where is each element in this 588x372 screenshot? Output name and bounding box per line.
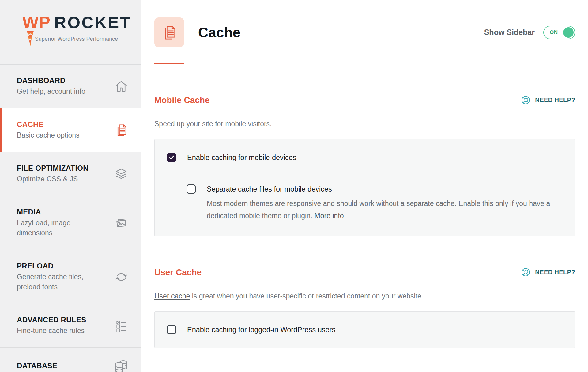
sidebar-item-label: MEDIA [17,208,100,216]
home-icon [114,79,128,93]
sidebar-item-media[interactable]: MEDIA LazyLoad, image dimensions [0,196,141,250]
panel-divider [167,173,562,173]
wp-rocket-logo: WPROCKET Superior WordPress Performance [0,0,141,65]
sidebar-item-file-optimization[interactable]: FILE OPTIMIZATION Optimize CSS & JS [0,152,141,196]
database-icon [114,359,128,372]
user-cache-intro: User cache is great when you have user-s… [154,292,575,300]
sidebar-item-subtitle: Get help, account info [17,86,100,97]
option-label: Enable caching for logged-in WordPress u… [187,326,335,334]
separate-cache-files-checkbox[interactable] [187,184,196,194]
need-help-label: NEED HELP? [535,269,575,276]
sidebar-item-preload[interactable]: PRELOAD Generate cache files, preload fo… [0,250,141,304]
logo-tagline: Superior WordPress Performance [35,36,118,42]
sidebar-item-label: ADVANCED RULES [17,316,100,324]
mobile-cache-section-header: Mobile Cache NEED HELP? [154,95,575,105]
need-help-label: NEED HELP? [535,97,575,104]
section-divider [154,112,575,112]
user-cache-panel: Enable caching for logged-in WordPress u… [154,311,575,348]
sidebar-item-label: FILE OPTIMIZATION [17,164,100,173]
sidebar: WPROCKET Superior WordPress Performance … [0,0,141,372]
rocket-flame-icon [26,31,34,46]
sidebar-item-subtitle: Basic cache options [17,130,100,140]
sidebar-item-subtitle: Optimize CSS & JS [17,174,100,184]
page-title: Cache [198,24,240,41]
cache-header-iconbox [154,17,184,47]
lifebuoy-icon [520,267,531,278]
intro-text: is great when you have user-specific or … [190,292,423,300]
wp-rocket-settings-app: WPROCKET Superior WordPress Performance … [0,0,588,372]
user-cache-title: User Cache [154,268,202,277]
mobile-cache-intro: Speed up your site for mobile visitors. [154,120,575,128]
advanced-rules-icon [114,319,128,333]
description-text: Most modern themes are responsive and sh… [207,199,550,220]
sidebar-item-label: PRELOAD [17,262,100,270]
sidebar-item-subtitle: Generate cache files, preload fonts [17,272,100,292]
sidebar-item-dashboard[interactable]: DASHBOARD Get help, account info [0,65,141,108]
logo-wp-text: WP [22,13,51,32]
page-header: Cache Show Sidebar ON [154,17,575,47]
toggle-state-label: ON [550,29,558,36]
enable-loggedin-caching-option: Enable caching for logged-in WordPress u… [167,325,562,334]
header-underline [154,63,575,63]
header-underline-accent [154,63,184,64]
option-label: Separate cache files for mobile devices [207,185,332,193]
show-sidebar-toggle[interactable]: ON [543,26,575,39]
sidebar-item-subtitle: LazyLoad, image dimensions [17,218,100,238]
lifebuoy-icon [520,95,531,105]
separate-cache-files-option: Separate cache files for mobile devices … [187,184,562,222]
media-icon [114,216,128,230]
mobile-cache-panel: Enable caching for mobile devices Separa… [154,139,575,236]
toggle-knob[interactable] [563,27,574,38]
sidebar-item-database[interactable]: DATABASE [0,348,141,372]
sidebar-item-advanced-rules[interactable]: ADVANCED RULES Fine-tune cache rules [0,304,141,348]
enable-mobile-caching-option: Enable caching for mobile devices [167,153,562,162]
mobile-cache-title: Mobile Cache [154,95,209,105]
sidebar-item-label: CACHE [17,120,100,129]
cache-pages-icon [114,123,128,137]
mobile-cache-need-help-link[interactable]: NEED HELP? [520,95,575,105]
enable-mobile-caching-checkbox[interactable] [167,153,176,162]
enable-loggedin-caching-checkbox[interactable] [167,325,176,334]
logo-wordmark: WPROCKET [22,12,131,32]
sidebar-item-subtitle: Fine-tune cache rules [17,326,100,336]
user-cache-link[interactable]: User cache [154,292,190,300]
preload-icon [114,270,128,284]
section-divider [154,284,575,284]
user-cache-need-help-link[interactable]: NEED HELP? [520,267,575,278]
separate-cache-files-description: Most modern themes are responsive and sh… [207,197,562,222]
sidebar-item-cache[interactable]: CACHE Basic cache options [0,108,141,152]
cache-pages-icon [161,24,178,41]
main-content: Cache Show Sidebar ON Mobile Cache [141,0,588,372]
more-info-link[interactable]: More info [315,212,344,220]
layers-icon [114,167,128,181]
option-label: Enable caching for mobile devices [187,154,296,162]
sidebar-item-label: DATABASE [17,362,100,370]
show-sidebar-label: Show Sidebar [484,28,535,37]
logo-rocket-text: ROCKET [54,13,131,32]
checkmark-icon [168,154,175,161]
user-cache-section-header: User Cache NEED HELP? [154,267,575,278]
sidebar-item-label: DASHBOARD [17,76,100,85]
